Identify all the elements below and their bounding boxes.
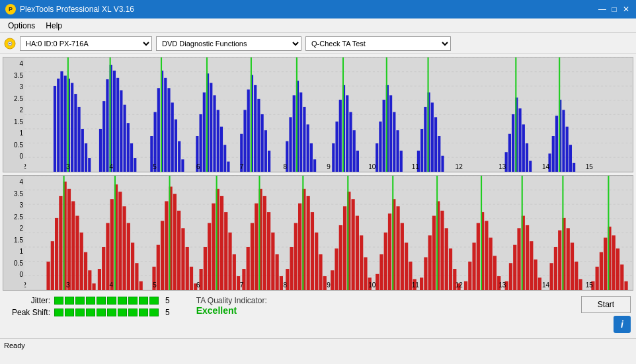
svg-rect-148 [110,199,114,290]
chart1-container: 4 3.5 3 2.5 2 1.5 1 0.5 0 [3,57,633,172]
svg-rect-218 [396,206,399,290]
svg-rect-151 [122,206,126,290]
svg-rect-137 [67,189,71,290]
svg-rect-35 [110,57,111,172]
svg-rect-190 [258,176,260,290]
svg-rect-15 [64,76,67,172]
svg-rect-162 [173,194,177,290]
svg-rect-12 [54,86,56,172]
title-controls: — □ ✕ [598,5,631,14]
svg-rect-172 [212,203,215,290]
info-button[interactable]: i [614,316,631,333]
svg-rect-40 [164,78,167,172]
svg-rect-144 [63,176,65,290]
svg-rect-14 [60,71,63,172]
svg-rect-95 [386,57,387,172]
action-buttons: Start i [581,296,631,333]
svg-rect-179 [216,176,218,290]
svg-rect-38 [157,88,160,172]
svg-point-2 [9,43,11,44]
peak-shift-row: Peak Shift: 5 [5,308,170,317]
svg-rect-41 [167,88,170,172]
peak-shift-bar [54,309,159,316]
svg-rect-62 [254,85,257,172]
svg-rect-212 [347,176,348,290]
chart2-container: 4 3.5 3 2.5 2 1.5 1 0.5 0 [3,175,633,291]
ta-quality-value: Excellent [196,305,267,316]
svg-rect-26 [106,79,108,172]
svg-rect-29 [116,78,119,172]
peak-shift-value: 5 [165,308,170,317]
toolbar: HA:0 ID:0 PX-716A DVD Diagnostic Functio… [0,33,636,54]
svg-rect-150 [118,192,122,290]
chart1-y-axis: 4 3.5 3 2.5 2 1.5 1 0.5 0 [3,57,24,172]
title-text: PlexTools Professional XL V3.16 [20,5,134,14]
minimize-button[interactable]: — [598,5,607,14]
svg-rect-86 [342,57,344,172]
chart1-x-axis: 2 3 4 5 6 7 8 9 10 11 12 13 14 15 [24,160,633,172]
svg-rect-201 [302,176,303,290]
jitter-bar [54,297,159,305]
test-select[interactable]: Q-Check TA Test [305,36,451,51]
ta-quality-label: TA Quality Indicator: [196,296,267,305]
status-bar: Ready [0,338,636,351]
svg-rect-122 [559,57,560,172]
svg-rect-135 [59,196,62,290]
svg-rect-17 [71,83,73,172]
svg-rect-168 [169,176,171,290]
svg-rect-234 [436,176,438,290]
svg-rect-223 [392,176,393,290]
maximize-button[interactable]: □ [610,5,619,14]
title-bar: P PlexTools Professional XL V3.16 — □ ✕ [0,0,636,18]
drive-select[interactable]: HA:0 ID:0 PX-716A [20,36,152,51]
start-button[interactable]: Start [581,296,631,313]
svg-rect-77 [296,57,298,172]
svg-rect-160 [165,201,168,290]
menu-options[interactable]: Options [3,20,40,32]
svg-rect-46 [161,57,162,172]
drive-icon [4,38,16,50]
main-content: 4 3.5 3 2.5 2 1.5 1 0.5 0 [0,54,636,293]
svg-rect-244 [481,176,482,290]
svg-rect-205 [343,206,346,290]
jitter-label: Jitter: [5,296,50,305]
svg-rect-104 [428,57,429,172]
svg-rect-57 [206,57,208,172]
chart2-area: 2 3 4 5 6 7 8 9 10 11 12 13 14 15 [24,176,633,290]
jitter-row: Jitter: 5 [5,296,170,305]
svg-rect-185 [263,196,266,290]
ta-quality-section: TA Quality Indicator: Excellent [196,296,267,316]
svg-rect-13 [57,79,60,172]
svg-rect-138 [71,201,75,290]
peak-shift-label: Peak Shift: [5,308,50,317]
close-button[interactable]: ✕ [621,5,631,14]
svg-rect-273 [608,176,609,290]
svg-rect-254 [522,176,523,290]
function-select[interactable]: DVD Diagnostic Functions [156,36,301,51]
svg-rect-28 [113,71,116,172]
chart1-svg [24,57,633,172]
svg-rect-174 [220,196,223,290]
svg-rect-263 [562,176,563,290]
chart1-area: 2 3 4 5 6 7 8 9 10 11 12 13 14 15 [24,57,633,172]
svg-rect-196 [307,196,310,290]
chart2-svg [24,176,633,290]
svg-rect-207 [352,199,355,290]
jitter-value: 5 [165,296,170,305]
svg-rect-113 [515,57,516,172]
status-text: Ready [4,342,25,349]
title-bar-left: P PlexTools Professional XL V3.16 [5,4,134,15]
svg-rect-51 [210,83,212,172]
svg-rect-23 [67,57,69,172]
menu-help[interactable]: Help [40,20,67,32]
svg-rect-67 [251,57,252,172]
chart2-y-axis: 4 3.5 3 2.5 2 1.5 1 0.5 0 [3,176,24,290]
menu-bar: Options Help [0,18,636,33]
chart2-x-axis: 2 3 4 5 6 7 8 9 10 11 12 13 14 15 [24,278,633,290]
svg-rect-156 [114,176,116,290]
svg-rect-194 [298,203,301,290]
metrics-section: Jitter: 5 Peak Shift: [5,296,170,320]
svg-rect-183 [255,203,258,290]
app-icon: P [5,4,16,15]
bottom-panel: Jitter: 5 Peak Shift: [0,293,636,338]
